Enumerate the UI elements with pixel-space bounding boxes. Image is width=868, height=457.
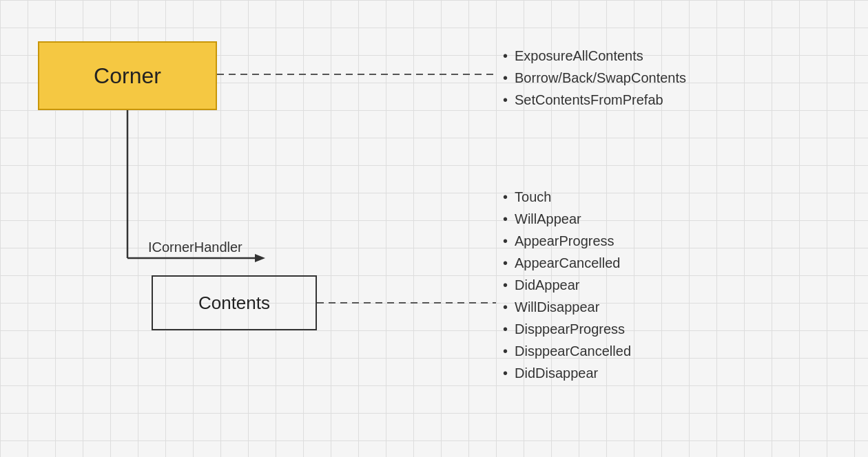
bottom-list-item: WillDisappear <box>503 296 631 318</box>
bottom-list-item: AppearCancelled <box>503 252 631 274</box>
contents-box: Contents <box>152 275 317 330</box>
diagram-container: Corner ICornerHandler Contents ExposureA… <box>0 0 868 457</box>
bottom-list-item: Touch <box>503 186 631 208</box>
corner-box: Corner <box>38 41 217 110</box>
bottom-list-item: DisppearProgress <box>503 318 631 340</box>
svg-marker-3 <box>255 254 265 262</box>
top-bullet-list: ExposureAllContentsBorrow/Back/SwapConte… <box>503 45 686 111</box>
top-list-item: ExposureAllContents <box>503 45 686 67</box>
contents-label: Contents <box>198 293 270 314</box>
interface-label: ICornerHandler <box>148 240 242 255</box>
top-list-item: SetContentsFromPrefab <box>503 89 686 111</box>
bottom-list-item: WillAppear <box>503 208 631 230</box>
top-list-item: Borrow/Back/SwapContents <box>503 67 686 89</box>
bottom-bullet-list: TouchWillAppearAppearProgressAppearCance… <box>503 186 631 384</box>
bottom-list-item: DidAppear <box>503 274 631 296</box>
bottom-list-item: DidDisappear <box>503 362 631 384</box>
bottom-list-item: AppearProgress <box>503 230 631 252</box>
bottom-list-item: DisppearCancelled <box>503 340 631 362</box>
corner-label: Corner <box>94 63 161 89</box>
